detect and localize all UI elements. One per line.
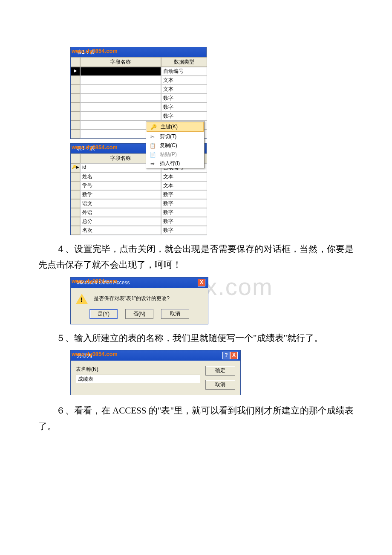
type-cell[interactable]: 数字	[161, 103, 207, 112]
menu-label: 剪切(T)	[160, 133, 176, 140]
paragraph-6: ６、看看，在 ACCESS 的"表"里，就可以看到我们刚才所建立的那个成绩表了。	[38, 403, 354, 434]
menu-label: 复制(C)	[160, 142, 177, 149]
context-menu: 🔑 主键(K) ✂ 剪切(T) 📋 复制(C) 📄 粘贴(P) ➡ 插入行(I)	[146, 121, 205, 168]
field-cell[interactable]: 语文	[80, 199, 161, 208]
close-button[interactable]: X	[198, 279, 205, 286]
menu-primary-key[interactable]: 🔑 主键(K)	[147, 122, 204, 132]
row-selector[interactable]	[71, 172, 80, 181]
saveas-body: 表名称(N): 确定 取消	[71, 361, 240, 395]
menu-cut[interactable]: ✂ 剪切(T)	[146, 132, 204, 141]
menu-insert-row[interactable]: ➡ 插入行(I)	[146, 159, 204, 168]
field-cell[interactable]	[80, 85, 161, 94]
paragraph-4: ４、设置完毕，点击关闭，就会出现是否需要保存的对话框，当然，你要是先点击保存了就…	[38, 241, 354, 273]
type-cell[interactable]: 数字	[161, 226, 207, 235]
fieldname-header: 字段名称	[80, 57, 161, 67]
selector-header	[71, 153, 80, 163]
row-selector[interactable]	[71, 226, 80, 235]
menu-label: 粘贴(P)	[160, 151, 177, 158]
menu-copy[interactable]: 📋 复制(C)	[146, 141, 204, 150]
type-cell[interactable]: 数字	[161, 112, 207, 121]
field-cell[interactable]	[80, 76, 161, 85]
help-button[interactable]: ?	[222, 352, 230, 359]
row-selector[interactable]	[71, 85, 80, 94]
row-selector[interactable]	[71, 190, 80, 199]
field-cell[interactable]: 外语	[80, 208, 161, 217]
window-title-1: www.dy0854.com 表1：表	[71, 47, 206, 57]
type-cell[interactable]: 文本	[161, 85, 207, 94]
menu-label: 插入行(I)	[160, 160, 180, 167]
row-selector[interactable]	[71, 130, 80, 139]
field-cell[interactable]: 姓名	[80, 172, 161, 181]
dialog-body: 是否保存对表"表1"的设计的更改? 是(Y) 否(N) 取消	[71, 288, 208, 324]
dialog-titlebar: www.dy0854.com Microsoft Office Access X	[71, 278, 208, 288]
saveas-titlebar: www.dy0854.com 另存为 ? X	[71, 350, 240, 361]
warning-icon	[76, 294, 88, 304]
datatype-header: 数据类型	[161, 57, 207, 67]
type-cell[interactable]: 文本	[161, 172, 207, 181]
field-cell[interactable]	[80, 112, 161, 121]
save-confirm-dialog: www.dy0854.com Microsoft Office Access X…	[70, 277, 208, 324]
table-name-label: 表名称(N):	[76, 366, 200, 373]
type-cell[interactable]: 数字	[161, 217, 207, 226]
save-as-dialog: www.dy0854.com 另存为 ? X 表名称(N): 确定 取消	[70, 350, 241, 395]
row-selector[interactable]	[71, 199, 80, 208]
no-button[interactable]: 否(N)	[125, 309, 153, 319]
url-watermark: www.dy0854.com	[72, 351, 118, 357]
row-selector[interactable]	[71, 94, 80, 103]
row-selector[interactable]: 🔑▶	[71, 163, 80, 172]
dialog-message: 是否保存对表"表1"的设计的更改?	[94, 295, 170, 302]
document-content: www.dy0854.com 表1：表 字段名称 数据类型 ▶ 自动编号 文本 …	[38, 47, 354, 434]
type-cell[interactable]: 文本	[161, 181, 207, 190]
row-selector[interactable]	[71, 112, 80, 121]
row-selector[interactable]	[71, 103, 80, 112]
row-selector[interactable]	[71, 76, 80, 85]
ok-button[interactable]: 确定	[205, 366, 235, 376]
type-cell[interactable]: 文本	[161, 76, 207, 85]
type-cell[interactable]: 数字	[161, 94, 207, 103]
cancel-button[interactable]: 取消	[161, 309, 189, 319]
row-selector[interactable]: ▶	[71, 67, 80, 76]
selector-header	[71, 57, 80, 67]
field-cell[interactable]	[80, 103, 161, 112]
close-button[interactable]: X	[230, 352, 238, 359]
menu-paste: 📄 粘贴(P)	[146, 150, 204, 159]
field-cell[interactable]	[80, 67, 161, 76]
url-watermark: www.dy0854.com	[72, 144, 118, 150]
table-name-input[interactable]	[76, 375, 200, 383]
field-cell[interactable]: 学号	[80, 181, 161, 190]
row-selector[interactable]	[71, 121, 80, 130]
row-selector[interactable]	[71, 181, 80, 190]
field-cell[interactable]: 数学	[80, 190, 161, 199]
type-cell[interactable]: 数字	[161, 190, 207, 199]
type-cell[interactable]: 数字	[161, 199, 207, 208]
row-selector[interactable]	[71, 208, 80, 217]
menu-label: 主键(K)	[161, 123, 178, 130]
url-watermark: www.dy0854.com	[72, 48, 118, 54]
row-selector[interactable]	[71, 217, 80, 226]
field-cell[interactable]: 总分	[80, 217, 161, 226]
field-cell[interactable]: 名次	[80, 226, 161, 235]
paste-icon: 📄	[148, 152, 157, 158]
insert-row-icon: ➡	[148, 161, 157, 167]
copy-icon: 📋	[148, 143, 157, 149]
paragraph-5: ５、输入所建立的表的名称，我们里就随便写一个"成绩表"就行了。	[38, 330, 354, 346]
cancel-button[interactable]: 取消	[205, 380, 235, 390]
url-watermark: www.dy0854.com	[72, 278, 118, 284]
yes-button[interactable]: 是(Y)	[89, 309, 118, 319]
type-cell[interactable]: 数字	[161, 208, 207, 217]
cut-icon: ✂	[148, 134, 157, 140]
type-cell[interactable]: 自动编号	[161, 67, 207, 76]
field-cell[interactable]	[80, 94, 161, 103]
key-icon: 🔑	[149, 124, 158, 130]
